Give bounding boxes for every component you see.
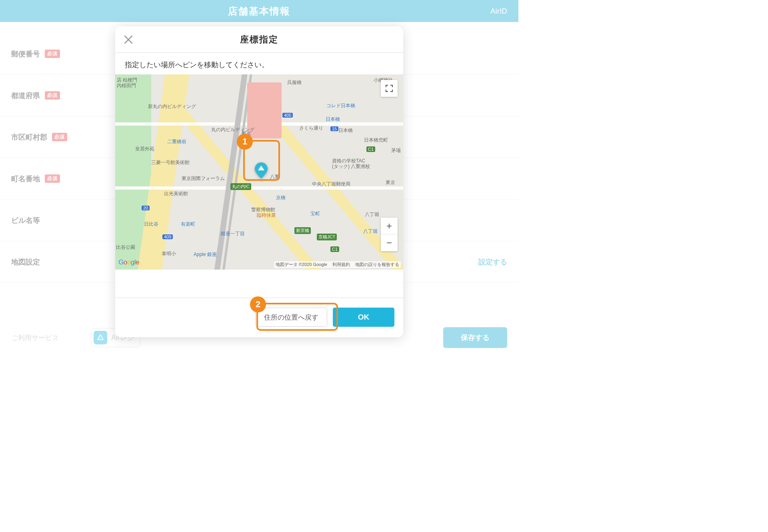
map-label: C1 bbox=[366, 146, 375, 152]
coordinate-modal: 座標指定 指定したい場所へピンを移動してください。 店 枯梗門 内桜田門 呉服橋… bbox=[115, 26, 403, 337]
map-label: 20 bbox=[142, 206, 150, 210]
map-label: 二重橋前 bbox=[167, 138, 186, 145]
map-label: 銀座一丁目 bbox=[221, 230, 245, 237]
map-label: 東京 bbox=[386, 179, 395, 186]
map-label: 臨時休業 bbox=[257, 212, 276, 219]
map-label: 比谷公園 bbox=[116, 244, 135, 251]
map-label: 日本橋 bbox=[338, 127, 353, 134]
map-label: 京橋 bbox=[276, 194, 286, 201]
map-data-text: 地図データ ©2020 Google bbox=[276, 262, 327, 267]
map-label: 内桜田門 bbox=[117, 82, 136, 89]
map-label: 有楽町 bbox=[181, 221, 195, 228]
map-label: 409 bbox=[162, 234, 173, 239]
map-label: 皇居外苑 bbox=[135, 146, 154, 152]
map-label: (タック) 八重洲校 bbox=[332, 163, 370, 170]
callout-badge-1: 1 bbox=[237, 134, 253, 150]
map-report-link[interactable]: 地図の誤りを報告する bbox=[355, 262, 399, 267]
map-label: 日本橋兜町 bbox=[364, 137, 388, 144]
map-label: 405 bbox=[282, 113, 293, 118]
map-label: 泰明小 bbox=[162, 250, 176, 257]
map-label: さくら通り bbox=[299, 125, 323, 132]
map-label: C1 bbox=[330, 246, 339, 252]
map-label: 三菱一号館美術館 bbox=[151, 159, 190, 166]
ok-button[interactable]: OK bbox=[333, 308, 394, 327]
map-attribution: 地図データ ©2020 Google 利用規約 地図の誤りを報告する bbox=[274, 261, 401, 268]
callout-box-2: 2 bbox=[256, 303, 338, 331]
fullscreen-button[interactable] bbox=[381, 80, 398, 97]
map-label: 日本橋 bbox=[326, 116, 340, 123]
map-label: 茅場 bbox=[391, 147, 401, 154]
map-terms-link[interactable]: 利用規約 bbox=[332, 262, 350, 267]
map-label: 15 bbox=[330, 126, 338, 131]
callout-badge-2: 2 bbox=[250, 296, 266, 312]
zoom-control: + − bbox=[381, 218, 398, 251]
map-label: コレド日本橋 bbox=[326, 102, 355, 109]
modal-header: 座標指定 bbox=[115, 26, 403, 53]
map-label: 東京国際フォーラム bbox=[182, 175, 225, 182]
map-label: 丸の内IC bbox=[230, 183, 251, 190]
map-canvas[interactable]: 店 枯梗門 内桜田門 呉服橋 小網神社 新丸の内ビルディング コレド日本橋 日本… bbox=[115, 74, 403, 270]
map-label: 八丁堀 bbox=[365, 211, 379, 218]
zoom-in-button[interactable]: + bbox=[381, 218, 398, 234]
modal-title: 座標指定 bbox=[240, 34, 278, 46]
callout-box-1: 1 bbox=[243, 140, 280, 181]
close-icon[interactable] bbox=[120, 31, 137, 48]
map-label: 日比谷 bbox=[144, 221, 158, 228]
zoom-out-button[interactable]: − bbox=[381, 234, 398, 251]
map-label: 新丸の内ビルディング bbox=[148, 103, 196, 110]
map-label: 呉服橋 bbox=[287, 79, 302, 86]
map-label: 京橋JCT bbox=[317, 234, 337, 240]
google-logo: Google bbox=[118, 258, 139, 266]
map-label: 宝町 bbox=[310, 210, 320, 217]
modal-footer: 2 住所の位置へ戻す OK bbox=[115, 298, 403, 337]
map-label: 八丁堀 bbox=[363, 228, 378, 235]
map-label: Apple 銀座 bbox=[194, 251, 217, 258]
map-label: 出光美術館 bbox=[164, 190, 188, 197]
map-label: 中央八丁堀郵便局 bbox=[312, 181, 350, 188]
modal-instruction: 指定したい場所へピンを移動してください。 bbox=[115, 53, 403, 74]
map-label: 新京橋 bbox=[294, 227, 311, 234]
